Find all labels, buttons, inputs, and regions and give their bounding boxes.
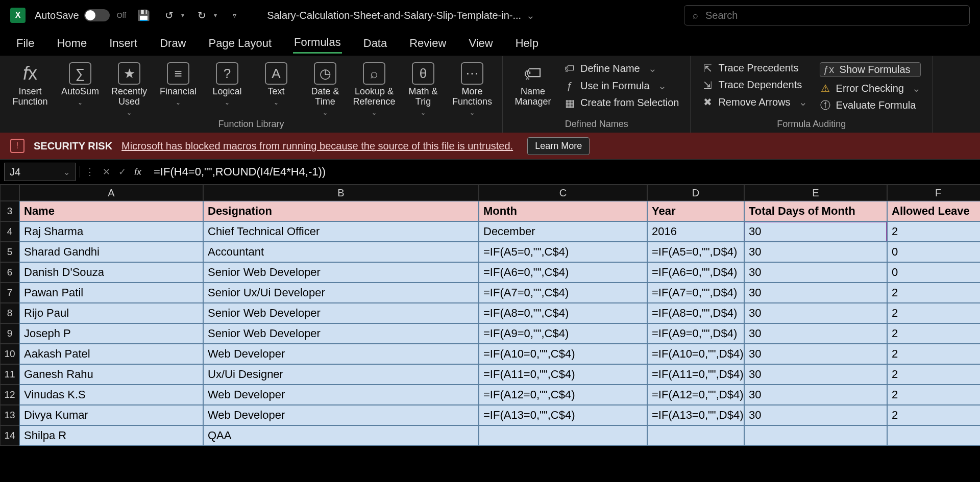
name-manager-button[interactable]: 🏷 Name Manager (510, 60, 556, 107)
cell-F5[interactable]: 0 (887, 242, 980, 262)
cell-D9[interactable]: =IF(A9=0,"",D$4) (647, 323, 744, 344)
cell-C8[interactable]: =IF(A8=0,"",C$4) (479, 303, 647, 323)
chevron-down-icon[interactable]: ⌄ (658, 80, 667, 92)
insert-function-button[interactable]: fx Insert Function (7, 60, 53, 107)
chevron-down-icon[interactable]: ⌄ (78, 99, 83, 106)
row-header-11[interactable]: 11 (0, 364, 19, 385)
cell-A8[interactable]: Rijo Paul (19, 303, 203, 323)
cell-A7[interactable]: Pawan Patil (19, 283, 203, 303)
cancel-icon[interactable]: ✕ (103, 166, 110, 177)
cell-D8[interactable]: =IF(A8=0,"",D$4) (647, 303, 744, 323)
chevron-down-icon[interactable]: ⌄ (225, 99, 230, 106)
cell-E3[interactable]: Total Days of Month (744, 201, 887, 221)
chevron-down-icon[interactable]: ⌄ (274, 99, 279, 106)
chevron-down-icon[interactable]: ⌄ (63, 167, 70, 177)
search-input[interactable] (705, 10, 961, 21)
row-header-10[interactable]: 10 (0, 344, 19, 364)
cell-F13[interactable]: 2 (887, 405, 980, 425)
cell-D5[interactable]: =IF(A5=0,"",D$4) (647, 242, 744, 262)
qat-overflow-icon[interactable]: ▿ (226, 7, 242, 23)
document-title[interactable]: Salary-Calculation-Sheet-and-Salary-Slip… (267, 9, 535, 21)
row-header-6[interactable]: 6 (0, 262, 19, 283)
chevron-down-icon[interactable]: ⌄ (323, 109, 328, 116)
cell-A14[interactable]: Shilpa R (19, 425, 203, 446)
row-header-9[interactable]: 9 (0, 323, 19, 344)
tab-view[interactable]: View (468, 34, 494, 53)
cell-F11[interactable]: 2 (887, 364, 980, 385)
cell-F14[interactable] (887, 425, 980, 446)
use-in-formula-button[interactable]: ƒUse in Formula⌄ (564, 80, 679, 92)
column-header-C[interactable]: C (479, 185, 647, 201)
row-header-5[interactable]: 5 (0, 242, 19, 262)
cell-C5[interactable]: =IF(A5=0,"",C$4) (479, 242, 647, 262)
column-header-B[interactable]: B (203, 185, 479, 201)
cell-D13[interactable]: =IF(A13=0,"",D$4) (647, 405, 744, 425)
tab-page-layout[interactable]: Page Layout (208, 34, 273, 53)
financial-button[interactable]: ≡Financial⌄ (155, 60, 201, 116)
cell-C14[interactable] (479, 425, 647, 446)
column-header-F[interactable]: F (887, 185, 980, 201)
cell-C3[interactable]: Month (479, 201, 647, 221)
cell-B11[interactable]: Ux/Ui Designer (203, 364, 479, 385)
cell-B8[interactable]: Senior Web Developer (203, 303, 479, 323)
cell-C10[interactable]: =IF(A10=0,"",C$4) (479, 344, 647, 364)
cell-A12[interactable]: Vinudas K.S (19, 385, 203, 405)
cell-A5[interactable]: Sharad Gandhi (19, 242, 203, 262)
cell-C11[interactable]: =IF(A11=0,"",C$4) (479, 364, 647, 385)
cell-B14[interactable]: QAA (203, 425, 479, 446)
formula-input[interactable]: =IF(H4=0,"",ROUND(I4/E4*H4,-1)) (146, 165, 980, 179)
cell-E4[interactable]: 30 (744, 221, 887, 242)
more-functions-button[interactable]: ⋯MoreFunctions⌄ (449, 60, 495, 116)
undo-dropdown[interactable]: ▾ (181, 12, 184, 19)
cell-C6[interactable]: =IF(A6=0,"",C$4) (479, 262, 647, 283)
cell-A6[interactable]: Danish D'Souza (19, 262, 203, 283)
fx-icon[interactable]: fx (134, 167, 141, 177)
undo-icon[interactable]: ↺ (161, 7, 177, 23)
cell-E9[interactable]: 30 (744, 323, 887, 344)
tab-formulas[interactable]: Formulas (293, 33, 342, 54)
remove-arrows-button[interactable]: ✖Remove Arrows⌄ (702, 96, 807, 108)
column-header-D[interactable]: D (647, 185, 744, 201)
cell-D3[interactable]: Year (647, 201, 744, 221)
row-header-8[interactable]: 8 (0, 303, 19, 323)
chevron-down-icon[interactable]: ⌄ (421, 109, 426, 116)
cell-C13[interactable]: =IF(A13=0,"",C$4) (479, 405, 647, 425)
cell-D7[interactable]: =IF(A7=0,"",D$4) (647, 283, 744, 303)
tab-data[interactable]: Data (362, 34, 388, 53)
lookup-reference-button[interactable]: ⌕Lookup &Reference⌄ (351, 60, 397, 116)
chevron-down-icon[interactable]: ⌄ (176, 99, 181, 106)
cell-E14[interactable] (744, 425, 887, 446)
cell-E5[interactable]: 30 (744, 242, 887, 262)
cell-E12[interactable]: 30 (744, 385, 887, 405)
cell-B7[interactable]: Senior Ux/Ui Developer (203, 283, 479, 303)
chevron-down-icon[interactable]: ⌄ (799, 96, 807, 108)
date-time-button[interactable]: ◷Date &Time⌄ (302, 60, 348, 116)
cell-A13[interactable]: Divya Kumar (19, 405, 203, 425)
chevron-down-icon[interactable]: ⌄ (127, 109, 132, 116)
chevron-down-icon[interactable]: ⌄ (648, 62, 657, 74)
cell-A9[interactable]: Joseph P (19, 323, 203, 344)
cell-D4[interactable]: 2016 (647, 221, 744, 242)
cell-B13[interactable]: Web Developer (203, 405, 479, 425)
cell-A11[interactable]: Ganesh Rahu (19, 364, 203, 385)
cell-F12[interactable]: 2 (887, 385, 980, 405)
tab-home[interactable]: Home (56, 34, 88, 53)
cell-F6[interactable]: 0 (887, 262, 980, 283)
column-header-A[interactable]: A (19, 185, 203, 201)
row-header-3[interactable]: 3 (0, 201, 19, 221)
chevron-down-icon[interactable]: ⌄ (526, 9, 535, 21)
row-header-12[interactable]: 12 (0, 385, 19, 405)
row-header-7[interactable]: 7 (0, 283, 19, 303)
cell-E10[interactable]: 30 (744, 344, 887, 364)
toggle-switch[interactable] (84, 9, 110, 21)
cell-F4[interactable]: 2 (887, 221, 980, 242)
row-header-14[interactable]: 14 (0, 425, 19, 446)
security-message[interactable]: Microsoft has blocked macros from runnin… (121, 140, 513, 152)
chevron-down-icon[interactable]: ⌄ (912, 82, 921, 94)
tab-help[interactable]: Help (514, 34, 540, 53)
cell-E11[interactable]: 30 (744, 364, 887, 385)
autosave-toggle[interactable]: AutoSave Off (35, 9, 126, 21)
cell-B3[interactable]: Designation (203, 201, 479, 221)
logical-button[interactable]: ?Logical⌄ (204, 60, 250, 116)
cell-C12[interactable]: =IF(A12=0,"",C$4) (479, 385, 647, 405)
